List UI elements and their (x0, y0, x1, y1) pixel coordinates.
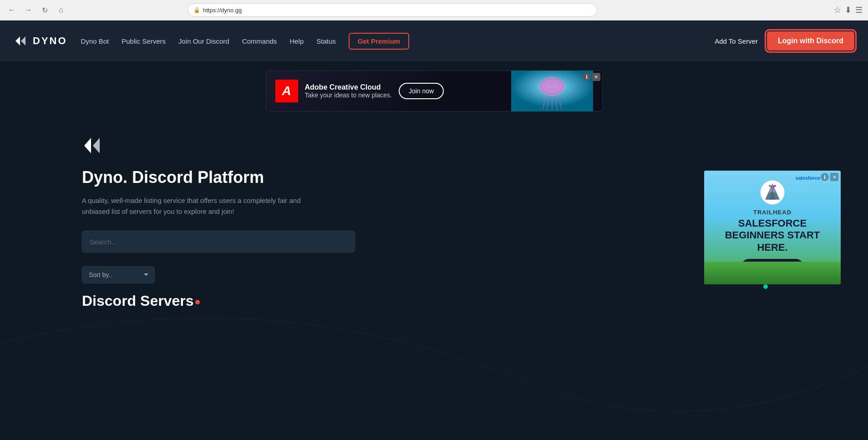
ad-banner-inner: A Adobe Creative Cloud Take your ideas t… (266, 71, 603, 111)
svg-point-16 (771, 185, 774, 189)
browser-chrome: ← → ↻ ⌂ 🔒 https://dyno.gg ☆ ⬇ ☰ (0, 0, 868, 20)
home-button[interactable]: ⌂ (55, 4, 67, 16)
forward-button[interactable]: → (22, 4, 35, 16)
nav-join-discord[interactable]: Join Our Discord (178, 37, 229, 45)
nav-public-servers[interactable]: Public Servers (122, 37, 166, 45)
bookmark-icon[interactable]: ☆ (834, 5, 841, 15)
ad-jellyfish-image (511, 71, 593, 111)
svg-point-17 (769, 185, 771, 187)
url-text: https://dyno.gg (203, 7, 242, 14)
main-content: A Adobe Creative Cloud Take your ideas t… (0, 61, 868, 435)
sort-container: Sort by.. Most Members Newest Oldest Mos… (82, 266, 786, 283)
menu-icon[interactable]: ☰ (855, 5, 863, 15)
ad-title: Adobe Creative Cloud (305, 83, 392, 91)
svg-point-4 (541, 79, 563, 94)
hero-subtitle: A quality, well-made listing service tha… (82, 195, 319, 217)
right-ad-headline: SALESFORCE BEGINNERS START HERE. (713, 217, 832, 253)
sort-select[interactable]: Sort by.. Most Members Newest Oldest Mos… (82, 266, 155, 283)
login-button[interactable]: Login with Discord (767, 31, 854, 51)
logo-text: DYNO (33, 35, 67, 47)
logo[interactable]: DYNO (14, 34, 67, 48)
svg-marker-0 (15, 36, 20, 46)
discord-servers-heading: Discord Servers (82, 293, 786, 309)
right-ad-info-button[interactable]: ℹ (821, 173, 829, 181)
nav-right: Add To Server Login with Discord (715, 31, 854, 51)
nav-commands[interactable]: Commands (242, 37, 277, 45)
ad-close-button[interactable]: ✕ (592, 73, 600, 81)
right-ad-salesforce: ℹ ✕ salesforce TRAILHEAD SALESFORCE BEGI… (704, 171, 841, 284)
teal-dot-decoration (763, 284, 768, 289)
right-ad-close-button[interactable]: ✕ (830, 173, 838, 181)
premium-button[interactable]: Get Premium (349, 33, 409, 50)
hero-dyno-icon (82, 134, 105, 157)
navbar: DYNO Dyno Bot Public Servers Join Our Di… (0, 20, 868, 61)
salesforce-logo-text: salesforce (796, 175, 820, 181)
adobe-logo-icon: A (275, 80, 298, 102)
search-input[interactable] (82, 231, 355, 253)
address-bar[interactable]: 🔒 https://dyno.gg (188, 3, 597, 17)
svg-point-18 (774, 185, 776, 187)
nav-dyno-bot[interactable]: Dyno Bot (81, 37, 109, 45)
nav-links: Dyno Bot Public Servers Join Our Discord… (81, 33, 715, 50)
add-to-server-link[interactable]: Add To Server (715, 37, 758, 45)
right-ad-bottom-decoration (704, 262, 841, 284)
ad-join-button[interactable]: Join now (399, 83, 444, 99)
trailhead-icon (756, 180, 788, 205)
svg-marker-1 (21, 36, 25, 46)
red-dot-decoration (195, 300, 200, 304)
nav-status[interactable]: Status (316, 37, 336, 45)
discord-servers-heading-text: Discord Servers (82, 293, 193, 309)
discord-servers-section: Discord Servers (0, 293, 868, 309)
ad-adobe-text: Adobe Creative Cloud Take your ideas to … (305, 83, 392, 99)
svg-marker-11 (93, 138, 100, 153)
pocket-icon[interactable]: ⬇ (845, 5, 852, 15)
hero-title: Dyno. Discord Platform (82, 168, 786, 187)
ad-adobe-left: A Adobe Creative Cloud Take your ideas t… (275, 80, 444, 102)
nav-help[interactable]: Help (289, 37, 304, 45)
ad-banner-adobe: A Adobe Creative Cloud Take your ideas t… (266, 71, 603, 111)
trailhead-brand-text: TRAILHEAD (753, 209, 792, 216)
ad-subtitle: Take your ideas to new places. (305, 91, 392, 99)
refresh-button[interactable]: ↻ (38, 4, 51, 16)
browser-icons: ☆ ⬇ ☰ (834, 5, 863, 15)
svg-marker-10 (84, 138, 91, 153)
dyno-logo-icon (14, 34, 28, 48)
lock-icon: 🔒 (193, 7, 200, 13)
back-button[interactable]: ← (5, 4, 18, 16)
ad-info-button[interactable]: ℹ (583, 73, 591, 81)
